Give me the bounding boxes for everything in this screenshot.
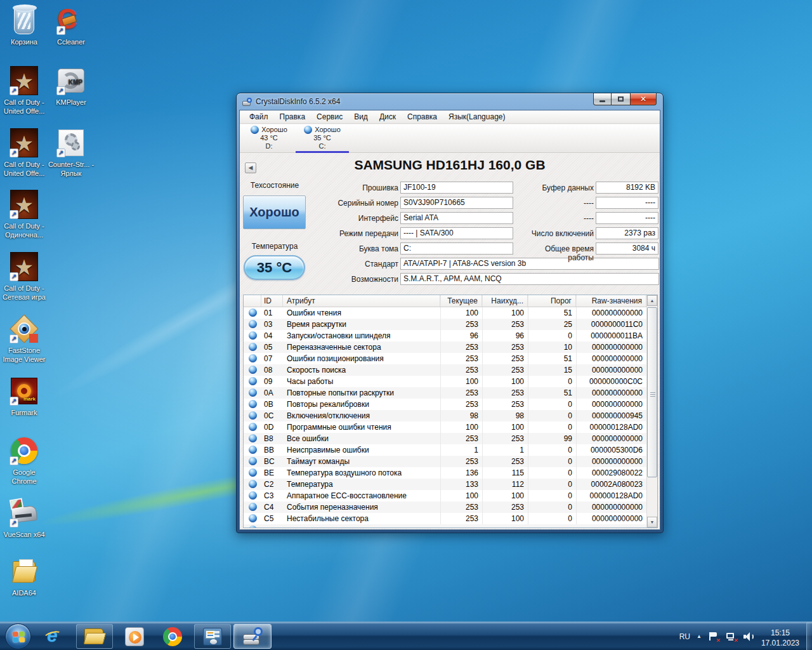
menu-edit[interactable]: Правка <box>274 112 311 121</box>
smart-row-C2[interactable]: C2Температура133112000002A080023 <box>244 479 646 490</box>
smart-row-07[interactable]: 07Ошибки позиционирования253253510000000… <box>244 353 646 364</box>
smart-cell: 115 <box>482 467 528 479</box>
smart-cell: 15 <box>528 364 576 376</box>
language-indicator[interactable]: RU <box>679 632 690 641</box>
column-header-worst[interactable]: Наихуд... <box>482 295 528 307</box>
back-arrow-button[interactable]: ◀ <box>245 162 256 173</box>
menu-file[interactable]: Файл <box>244 112 274 121</box>
column-header-current[interactable]: Текущее <box>440 295 482 307</box>
smart-cell: 07 <box>261 353 283 364</box>
power-on-count-field[interactable]: 2373 раз <box>596 227 658 239</box>
field-label: Интерфейс <box>310 214 398 223</box>
clock[interactable]: 15:15 17.01.2023 <box>761 625 799 648</box>
drive-letter-field[interactable]: C: <box>400 242 513 255</box>
volume-icon[interactable] <box>743 632 755 642</box>
serial-field[interactable]: S0V3J90P710665 <box>400 197 513 209</box>
field-label: Возможности <box>310 275 398 284</box>
smart-row-C5[interactable]: C5Нестабильные сектора253100000000000000… <box>244 513 646 524</box>
interface-field[interactable]: Serial ATA <box>400 212 513 224</box>
icon-label: Корзина <box>0 37 48 46</box>
maximize-button[interactable] <box>612 93 630 105</box>
smart-row-B8[interactable]: B8Все ошибки25325399000000000000 <box>244 433 646 444</box>
desktop-icon-recycle-bin[interactable]: Корзина <box>0 5 48 46</box>
taskbar-windows-explorer[interactable] <box>76 624 113 649</box>
show-desktop-button[interactable] <box>806 622 812 650</box>
smart-row-partial <box>244 524 646 527</box>
smart-row-03[interactable]: 03Время раскрутки253253250000000011C0 <box>244 319 646 330</box>
taskbar-crystaldiskinfo-active[interactable] <box>233 624 272 649</box>
desktop-icon-chrome[interactable]: ↗ Google Chrome <box>0 435 48 486</box>
menu-view[interactable]: Вид <box>348 112 374 121</box>
smart-cell: 01 <box>261 307 283 319</box>
network-icon[interactable]: ✕ <box>726 632 737 642</box>
drive-tab-c-selected[interactable]: Хорошо 35 °C C: <box>294 126 350 152</box>
firmware-field[interactable]: JF100-19 <box>400 182 513 194</box>
power-on-hours-field[interactable]: 3084 ч <box>596 242 658 255</box>
column-header-threshold[interactable]: Порог <box>528 295 576 307</box>
smart-row-BB[interactable]: BBНеисправимые ошибки1100000005300D6 <box>244 444 646 456</box>
action-center-flag-icon[interactable]: ✕ <box>708 632 719 642</box>
scroll-down-arrow[interactable]: ▼ <box>647 517 657 527</box>
buffer-field[interactable]: 8192 KB <box>596 182 658 194</box>
menu-service[interactable]: Сервис <box>311 112 348 121</box>
smart-row-0C[interactable]: 0CВключения/отключения98980000000000945 <box>244 410 646 421</box>
desktop-icon-cod-single[interactable]: ★↗ Call of Duty - Одиночна... <box>0 189 48 239</box>
taskbar-settings-app[interactable] <box>194 624 231 649</box>
menu-help[interactable]: Справка <box>402 112 443 121</box>
scroll-up-arrow[interactable]: ▲ <box>647 295 657 306</box>
menu-language[interactable]: Язык(Language) <box>443 112 511 121</box>
desktop-icon-vuescan[interactable]: ↗ VueScan x64 <box>0 498 48 539</box>
window-body: Файл Правка Сервис Вид Диск Справка Язык… <box>239 110 660 530</box>
desktop-icon-counter-strike[interactable]: ↗ Counter-Str... - Ярлык <box>47 128 95 178</box>
smart-cell: 253 <box>482 387 528 399</box>
desktop-icon-aida64[interactable]: AIDA64 <box>0 556 48 597</box>
taskbar-chrome[interactable] <box>156 624 189 649</box>
field-label: Буфер данных <box>519 183 594 192</box>
empty-field[interactable]: ---- <box>596 212 658 224</box>
smart-row-0D[interactable]: 0DПрограммные ошибки чтения1001000000000… <box>244 421 646 433</box>
smart-row-0A[interactable]: 0AПовторные попытки раскрутки25325351000… <box>244 387 646 399</box>
close-button[interactable]: ✕ <box>630 93 657 105</box>
status-orb-icon <box>244 433 261 444</box>
column-header-id[interactable]: ID <box>261 295 283 307</box>
taskbar-media-player[interactable] <box>118 624 151 649</box>
icon-label: FastStone Image Viewer <box>0 346 48 364</box>
start-button[interactable] <box>5 623 31 649</box>
features-field[interactable]: S.M.A.R.T., APM, AAM, NCQ <box>400 273 659 285</box>
scroll-thumb[interactable] <box>647 307 657 477</box>
menu-disk[interactable]: Диск <box>374 112 402 121</box>
smart-cell: 253 <box>440 513 482 524</box>
desktop-icon-cod-united-1[interactable]: ★↗ Call of Duty - United Offe... <box>0 65 48 116</box>
smart-row-BE[interactable]: BEТемпература воздушного потока136115000… <box>244 467 646 479</box>
smart-row-BC[interactable]: BCТаймаут команды2532530000000000000 <box>244 456 646 467</box>
smart-cell: 100 <box>440 490 482 501</box>
smart-row-04[interactable]: 04Запуски/остановки шпинделя969600000000… <box>244 330 646 342</box>
smart-row-C3[interactable]: C3Аппаратное ECC-восстановление100100000… <box>244 490 646 501</box>
column-header-attribute[interactable]: Атрибут <box>283 295 440 307</box>
desktop-icon-furmark[interactable]: mark↗ Furmark <box>0 376 48 417</box>
smart-row-01[interactable]: 01Ошибки чтения10010051000000000000 <box>244 307 646 319</box>
smart-cell: 98 <box>482 410 528 421</box>
transfer-mode-field[interactable]: ---- | SATA/300 <box>400 227 513 239</box>
minimize-button[interactable] <box>593 93 612 105</box>
empty-field[interactable]: ---- <box>596 197 658 209</box>
desktop-icon-ccleaner[interactable]: C↗ Ccleaner <box>47 5 95 46</box>
smart-row-08[interactable]: 08Скорость поиска25325315000000000000 <box>244 364 646 376</box>
desktop-icon-cod-network[interactable]: ★↗ Call of Duty - Сетевая игра <box>0 251 48 302</box>
smart-row-05[interactable]: 05Переназначенные сектора253253100000000… <box>244 342 646 353</box>
smart-row-C4[interactable]: C4События переназначения2532530000000000… <box>244 501 646 513</box>
temperature-button[interactable]: 35 °C <box>244 255 305 280</box>
column-header-raw[interactable]: Raw-значения <box>576 295 646 307</box>
smart-row-0B[interactable]: 0BПовторы рекалибровки253253000000000000… <box>244 399 646 410</box>
drive-tab-d[interactable]: Хорошо 43 °C D: <box>241 126 297 152</box>
desktop-icon-cod-united-2[interactable]: ★↗ Call of Duty - United Offe... <box>0 128 48 178</box>
tray-expand-icon[interactable]: ▲ <box>697 633 702 639</box>
taskbar-internet-explorer[interactable]: e <box>37 624 70 649</box>
smart-row-09[interactable]: 09Часы работы1001000000000000C0C <box>244 376 646 387</box>
desktop-icon-faststone[interactable]: ↗ FastStone Image Viewer <box>0 314 48 364</box>
window-titlebar[interactable]: CrystalDiskInfo 6.5.2 x64 ✕ <box>237 93 663 110</box>
icon-label: Google Chrome <box>0 468 48 486</box>
health-status-button[interactable]: Хорошо <box>243 196 306 229</box>
desktop-icon-kmplayer[interactable]: KMP↗ KMPlayer <box>47 65 95 107</box>
smart-cell: 000000000000 <box>576 353 646 364</box>
